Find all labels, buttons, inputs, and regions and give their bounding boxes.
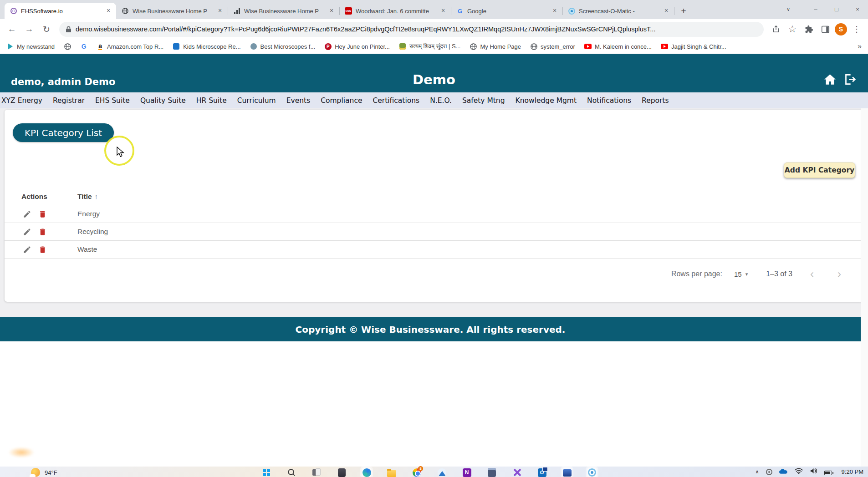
nav-knowledge-mgmt[interactable]: Knowledge Mgmt xyxy=(516,96,577,105)
close-tab-icon[interactable]: × xyxy=(327,7,336,15)
task-view-icon[interactable] xyxy=(311,467,322,477)
close-tab-icon[interactable]: × xyxy=(104,7,112,15)
bookmark-jagjit-youtube[interactable]: Jagjit Singh & Chitr... xyxy=(661,43,726,50)
hidden-icons-chevron[interactable]: ∧ xyxy=(756,469,759,475)
screencast-o-matic-icon[interactable] xyxy=(587,467,597,477)
next-page-icon[interactable]: › xyxy=(832,268,847,280)
chevron-down-icon: ▾ xyxy=(745,271,748,277)
bookmark-satyam[interactable]: सत्यम् शिवम् सुंदरा | S... xyxy=(399,43,461,50)
rows-per-page-select[interactable]: 15 ▾ xyxy=(734,270,748,278)
nav-safety-mtng[interactable]: Safety Mtng xyxy=(462,96,505,105)
nav-quality-suite[interactable]: Quality Suite xyxy=(140,96,186,105)
tab-title: Screencast-O-Matic - xyxy=(579,8,659,15)
outlook-icon[interactable]: O xyxy=(537,467,547,477)
close-window-button[interactable]: × xyxy=(847,0,868,18)
tab-google[interactable]: G Google × xyxy=(451,3,562,19)
bookmark-my-newsstand[interactable]: My newsstand xyxy=(6,43,55,50)
nav-ehs-suite[interactable]: EHS Suite xyxy=(95,96,130,105)
tab-woodward-cnn[interactable]: CNN Woodward: Jan. 6 committe × xyxy=(339,3,451,19)
weather-widget[interactable]: 94°F xyxy=(31,468,57,477)
extensions-puzzle-icon[interactable] xyxy=(802,22,816,36)
bookmark-google[interactable]: G xyxy=(80,43,87,50)
add-kpi-category-button[interactable]: Add KPI Category xyxy=(784,162,855,178)
forward-icon[interactable]: → xyxy=(22,22,36,36)
battery-icon[interactable] xyxy=(824,471,832,475)
bookmark-best-microscopes[interactable]: Best Microscopes f... xyxy=(250,43,316,50)
clock-label[interactable]: 9:20 PM xyxy=(842,468,863,475)
delete-trash-icon[interactable] xyxy=(37,226,48,237)
share-icon[interactable] xyxy=(769,22,783,36)
nav-reports[interactable]: Reports xyxy=(642,96,669,105)
bookmark-kids-microscope[interactable]: Kids Microscope Re... xyxy=(173,43,240,50)
calculator-icon[interactable] xyxy=(487,467,497,477)
logout-icon[interactable] xyxy=(844,74,856,87)
edit-pencil-icon[interactable] xyxy=(21,244,32,255)
bookmarks-overflow-icon[interactable]: » xyxy=(858,42,862,51)
side-panel-icon[interactable] xyxy=(818,22,832,36)
tab-search-icon[interactable]: ∨ xyxy=(778,0,799,18)
tab-title: Woodward: Jan. 6 committe xyxy=(356,8,435,15)
browser-menu-icon[interactable]: ⋮ xyxy=(850,22,863,36)
tab-wise-home-1[interactable]: Wise Businessware Home P × xyxy=(116,3,228,19)
scrollbar-track[interactable] xyxy=(861,108,868,467)
edge-icon[interactable] xyxy=(362,467,372,477)
photos-mountain-icon[interactable] xyxy=(437,467,447,477)
address-bar[interactable]: demo.wisebusinessware.com/Portal/#/kpiCa… xyxy=(59,22,764,37)
close-tab-icon[interactable]: × xyxy=(216,7,224,15)
blue-pc-app-icon[interactable] xyxy=(562,467,572,477)
search-icon[interactable] xyxy=(286,467,296,477)
bookmark-my-home-page[interactable]: My Home Page xyxy=(470,43,521,50)
chrome-icon[interactable]: S xyxy=(412,467,422,477)
green-site-icon xyxy=(399,43,406,50)
delete-trash-icon[interactable] xyxy=(37,208,48,219)
bookmark-globe[interactable] xyxy=(64,43,71,50)
nav-compliance[interactable]: Compliance xyxy=(321,96,362,105)
nav-registrar[interactable]: Registrar xyxy=(53,96,85,105)
title-column-header[interactable]: Title ↑ xyxy=(77,193,98,201)
nav-xyz-energy[interactable]: XYZ Energy xyxy=(1,96,42,105)
bookmark-kaleem-youtube[interactable]: M. Kaleem in conce... xyxy=(584,43,652,50)
back-icon[interactable]: ← xyxy=(5,22,19,36)
nav-neo[interactable]: N.E.O. xyxy=(430,96,452,105)
nav-hr-suite[interactable]: HR Suite xyxy=(196,96,227,105)
tab-wise-home-2[interactable]: Wise Businessware Home P × xyxy=(228,3,339,19)
edit-pencil-icon[interactable] xyxy=(21,226,32,237)
reload-icon[interactable]: ↻ xyxy=(39,22,54,36)
recorder-tray-icon[interactable] xyxy=(766,469,772,475)
visual-studio-icon[interactable] xyxy=(512,467,522,477)
nav-curriculum[interactable]: Curriculum xyxy=(237,96,276,105)
nav-certifications[interactable]: Certifications xyxy=(373,96,419,105)
nav-events[interactable]: Events xyxy=(286,96,310,105)
wifi-icon[interactable] xyxy=(795,468,803,476)
sort-ascending-icon[interactable]: ↑ xyxy=(95,193,98,200)
tab-ehssoftware[interactable]: EHSSoftware.io × xyxy=(5,3,116,19)
bookmark-pinterest[interactable]: P Hey June on Pinter... xyxy=(324,43,390,50)
file-explorer-icon[interactable] xyxy=(387,467,397,477)
new-tab-button[interactable]: + xyxy=(677,4,690,18)
previous-page-icon[interactable]: ‹ xyxy=(804,268,820,280)
start-button-icon[interactable] xyxy=(261,467,271,477)
minimize-button[interactable]: – xyxy=(805,0,826,18)
profile-avatar[interactable]: S xyxy=(835,23,847,36)
app-header: demo, admin Demo Demo xyxy=(0,54,868,92)
maximize-button[interactable]: □ xyxy=(826,0,847,18)
dark-app-icon[interactable] xyxy=(337,467,347,477)
onenote-icon[interactable]: N xyxy=(462,467,472,477)
browser-tab-strip: EHSSoftware.io × Wise Businessware Home … xyxy=(0,0,868,19)
close-tab-icon[interactable]: × xyxy=(662,7,670,15)
speaker-icon[interactable] xyxy=(810,467,817,476)
tab-screencast[interactable]: Screencast-O-Matic - × xyxy=(562,3,674,19)
close-tab-icon[interactable]: × xyxy=(439,7,447,15)
home-icon[interactable] xyxy=(824,74,836,87)
delete-trash-icon[interactable] xyxy=(37,244,48,255)
close-tab-icon[interactable]: × xyxy=(551,7,559,15)
bookmark-star-icon[interactable]: ☆ xyxy=(786,22,799,36)
bookmark-amazon[interactable]: a Amazon.com Top R... xyxy=(97,43,163,50)
onedrive-icon[interactable] xyxy=(779,468,788,476)
pagination-range: 1–3 of 3 xyxy=(766,270,792,278)
edit-pencil-icon[interactable] xyxy=(21,208,32,219)
kpi-category-title: Energy xyxy=(77,210,100,218)
tab-title: Google xyxy=(467,8,547,15)
bookmark-system-error[interactable]: system_error xyxy=(530,43,575,50)
nav-notifications[interactable]: Notifications xyxy=(587,96,631,105)
